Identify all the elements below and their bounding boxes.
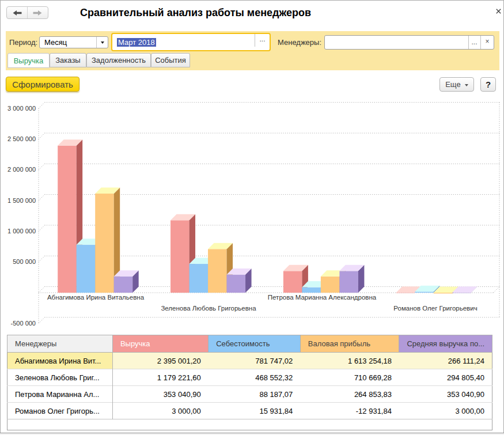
svg-text:Петрова Марианна Александровна: Петрова Марианна Александровна bbox=[268, 294, 377, 301]
svg-text:Абнагимова Ирина Витальевна: Абнагимова Ирина Витальевна bbox=[47, 294, 145, 301]
svg-text:2 000 000: 2 000 000 bbox=[7, 166, 36, 173]
svg-text:Романов Олег Григорьевич: Романов Олег Григорьевич bbox=[393, 305, 477, 312]
svg-text:500 000: 500 000 bbox=[13, 258, 36, 265]
svg-text:2 500 000: 2 500 000 bbox=[7, 135, 36, 142]
svg-text:3 000 000: 3 000 000 bbox=[7, 105, 36, 112]
svg-text:-500 000: -500 000 bbox=[11, 320, 36, 327]
svg-text:Зеленова Любовь Григорьевна: Зеленова Любовь Григорьевна bbox=[161, 305, 256, 312]
svg-text:1 500 000: 1 500 000 bbox=[7, 197, 36, 204]
svg-text:1 000 000: 1 000 000 bbox=[7, 228, 36, 234]
